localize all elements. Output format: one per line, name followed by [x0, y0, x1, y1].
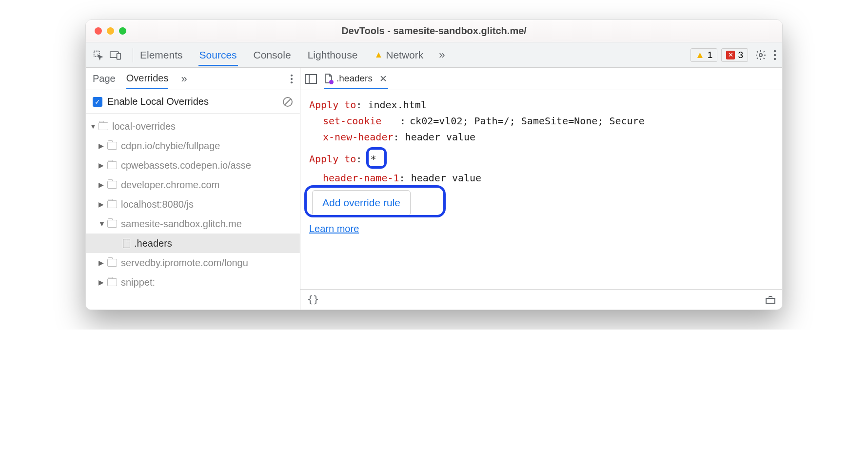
svg-rect-2 [117, 53, 121, 59]
header-value[interactable]: ck02=vl02; Path=/; SameSite=None; Secure [410, 113, 645, 129]
svg-point-9 [291, 81, 293, 83]
tab-console[interactable]: Console [253, 44, 292, 66]
folder-icon [107, 259, 117, 267]
header-value[interactable]: header value [411, 172, 482, 184]
toggle-navigator-icon[interactable] [305, 74, 317, 84]
errors-badge[interactable]: ✕ 3 [721, 48, 748, 62]
file-icon [123, 239, 130, 248]
tree-item[interactable]: ▶snippet: [86, 272, 300, 292]
tree-item[interactable]: ▶servedby.ipromote.com/longu [86, 253, 300, 272]
error-square-icon: ✕ [726, 51, 735, 59]
headers-editor[interactable]: Apply to: index.html set-cookie : ck02=v… [300, 90, 782, 310]
header-name[interactable]: x-new-header [323, 131, 394, 143]
svg-point-3 [759, 54, 762, 57]
tree-file-selected[interactable]: .headers [86, 234, 300, 253]
svg-point-6 [774, 58, 776, 60]
braces-icon[interactable]: {} [307, 292, 319, 308]
warning-icon: ▲ [374, 50, 383, 60]
drawer-toggle-icon[interactable] [766, 296, 775, 304]
svg-point-5 [774, 54, 776, 56]
window-title: DevTools - samesite-sandbox.glitch.me/ [86, 25, 782, 37]
header-value[interactable]: header value [405, 131, 476, 143]
panel-tabs: Elements Sources Console Lighthouse ▲ Ne… [139, 44, 445, 66]
svg-point-7 [291, 74, 293, 76]
devtools-window: DevTools - samesite-sandbox.glitch.me/ E… [85, 19, 783, 310]
file-tab-label: .headers [336, 73, 373, 84]
navigator-more-icon[interactable] [290, 74, 293, 84]
inspect-element-icon[interactable] [92, 49, 104, 61]
enable-overrides-checkbox[interactable]: ✓ [93, 97, 102, 107]
folder-icon [107, 181, 117, 189]
editor-statusbar: {} [300, 289, 782, 310]
apply-to-target-wildcard[interactable]: * [368, 153, 378, 165]
svg-point-8 [291, 78, 293, 79]
subtab-page[interactable]: Page [93, 73, 116, 84]
more-options-icon[interactable] [773, 50, 776, 60]
error-count: 3 [738, 50, 743, 60]
folder-icon [99, 122, 108, 130]
warning-count: 1 [708, 50, 713, 60]
warnings-badge[interactable]: ▲ 1 [690, 48, 717, 62]
subtab-overrides[interactable]: Overrides [126, 69, 169, 89]
more-tabs-icon[interactable]: » [439, 49, 445, 61]
enable-overrides-row: ✓ Enable Local Overrides [86, 90, 300, 114]
close-tab-icon[interactable]: ✕ [379, 73, 387, 84]
tree-item[interactable]: ▶cdpn.io/chybie/fullpage [86, 136, 300, 156]
enable-overrides-label: Enable Local Overrides [107, 96, 209, 107]
divider [133, 48, 133, 62]
header-name[interactable]: header-name-1 [323, 172, 399, 184]
tab-network[interactable]: ▲ Network [373, 44, 424, 66]
tree-item-expanded[interactable]: ▼samesite-sandbox.glitch.me [86, 214, 300, 234]
folder-icon [107, 200, 117, 208]
navigator-sidebar: ✓ Enable Local Overrides ▼local-override… [86, 90, 300, 310]
svg-rect-14 [766, 298, 775, 303]
titlebar: DevTools - samesite-sandbox.glitch.me/ [86, 20, 782, 42]
file-tree: ▼local-overrides ▶cdpn.io/chybie/fullpag… [86, 114, 300, 295]
svg-point-4 [774, 50, 776, 52]
warning-triangle-icon: ▲ [695, 50, 705, 60]
tree-item[interactable]: ▶developer.chrome.com [86, 175, 300, 195]
navigator-tabs: Page Overrides » [86, 68, 300, 90]
more-subtabs-icon[interactable]: » [181, 73, 187, 85]
tab-sources[interactable]: Sources [198, 44, 238, 66]
file-tab-headers[interactable]: .headers ✕ [324, 69, 388, 89]
svg-rect-10 [306, 75, 316, 83]
header-name[interactable]: set-cookie [323, 113, 396, 129]
tab-network-label: Network [386, 49, 423, 61]
modified-dot-icon [329, 80, 334, 84]
tree-root[interactable]: ▼local-overrides [86, 117, 300, 136]
device-toolbar-icon[interactable] [109, 49, 122, 61]
editor-tabs: .headers ✕ [300, 68, 782, 90]
clear-overrides-icon[interactable] [282, 97, 293, 107]
apply-to-label: Apply to [309, 153, 356, 165]
tree-item[interactable]: ▶localhost:8080/js [86, 195, 300, 214]
folder-icon [107, 278, 117, 286]
main-toolbar: Elements Sources Console Lighthouse ▲ Ne… [86, 42, 782, 68]
tab-lighthouse[interactable]: Lighthouse [307, 44, 359, 66]
tab-elements[interactable]: Elements [139, 44, 184, 66]
folder-icon [107, 142, 117, 150]
svg-line-13 [285, 99, 291, 105]
add-override-rule-button[interactable]: Add override rule [312, 190, 411, 216]
main-body: ✓ Enable Local Overrides ▼local-override… [86, 90, 782, 310]
sub-toolbar: Page Overrides » .headers ✕ [86, 68, 782, 90]
file-icon [325, 74, 333, 83]
learn-more-link[interactable]: Learn more [309, 221, 359, 237]
apply-to-target[interactable]: index.html [368, 99, 426, 111]
folder-icon [107, 220, 117, 228]
tree-item[interactable]: ▶cpwebassets.codepen.io/asse [86, 156, 300, 175]
folder-icon [107, 161, 117, 169]
apply-to-label: Apply to [309, 99, 356, 111]
settings-icon[interactable] [755, 49, 767, 61]
